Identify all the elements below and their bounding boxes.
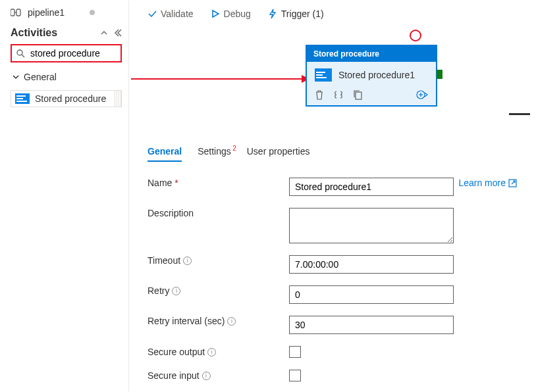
category-general[interactable]: General (11, 69, 122, 89)
copy-icon[interactable] (353, 89, 362, 100)
success-output-handle[interactable] (437, 70, 442, 79)
expand-collapse-icon[interactable] (99, 28, 109, 37)
svg-rect-5 (356, 92, 362, 99)
delete-icon[interactable] (315, 89, 324, 100)
debug-label: Debug (224, 9, 251, 19)
svg-rect-0 (11, 9, 14, 16)
chevron-down-icon (12, 73, 20, 81)
activities-title: Activities (11, 27, 57, 39)
description-label: Description (147, 208, 289, 218)
toolbar: Validate Debug Trigger (1) (129, 1, 535, 28)
search-input[interactable] (29, 47, 117, 59)
canvas-zoom-handle[interactable] (509, 113, 530, 115)
trigger-button[interactable]: Trigger (1) (268, 9, 324, 19)
activity-stored-procedure[interactable]: Stored procedure (11, 90, 122, 107)
timeout-input[interactable] (289, 255, 454, 274)
check-icon (147, 9, 157, 18)
lightning-icon (268, 9, 277, 19)
stored-procedure-icon (15, 93, 30, 104)
code-icon[interactable] (333, 90, 344, 99)
description-input[interactable] (289, 208, 454, 243)
learn-more-label: Learn more (458, 178, 506, 188)
retry-interval-input[interactable] (289, 316, 454, 334)
name-input[interactable] (289, 178, 454, 196)
general-form: Name * Learn more Description Timeout i … (129, 166, 535, 381)
retry-input[interactable] (289, 285, 454, 304)
retry-label: Retry i (147, 285, 289, 296)
secure-input-label: Secure input i (147, 370, 289, 381)
learn-more-link[interactable]: Learn more (458, 178, 517, 188)
tab-user-properties[interactable]: User properties (247, 146, 310, 162)
canvas[interactable]: Stored procedure Stored procedure1 (129, 28, 535, 136)
node-header: Stored procedure (307, 46, 436, 62)
info-icon[interactable]: i (227, 317, 236, 326)
retry-interval-label: Retry interval (sec) i (147, 316, 289, 326)
annotation-circle (410, 30, 421, 41)
tab-settings[interactable]: Settings 2 (198, 146, 231, 162)
secure-output-label: Secure output i (147, 347, 289, 357)
secure-output-checkbox[interactable] (289, 346, 301, 358)
debug-button[interactable]: Debug (211, 9, 251, 19)
search-icon (16, 49, 25, 58)
category-label: General (24, 72, 57, 82)
info-icon[interactable]: i (172, 287, 180, 295)
tab-settings-label: Settings (198, 146, 231, 157)
info-icon[interactable]: i (202, 372, 211, 380)
drag-handle[interactable] (115, 91, 121, 107)
svg-rect-1 (16, 9, 20, 16)
unsaved-indicator (90, 10, 95, 15)
external-link-icon (508, 179, 517, 187)
annotation-arrow (131, 78, 312, 80)
tab-settings-badge: 2 (232, 145, 236, 152)
node-title: Stored procedure1 (338, 70, 415, 80)
trigger-label: Trigger (1) (281, 9, 324, 19)
svg-point-3 (17, 50, 22, 55)
name-label: Name * (147, 178, 289, 188)
tab-general[interactable]: General (147, 146, 182, 162)
add-output-icon[interactable] (416, 89, 428, 100)
pipeline-icon (11, 8, 22, 17)
validate-button[interactable]: Validate (147, 9, 194, 19)
canvas-node-stored-procedure[interactable]: Stored procedure Stored procedure1 (306, 45, 437, 107)
timeout-label: Timeout i (147, 255, 289, 266)
info-icon[interactable]: i (207, 348, 216, 356)
pipeline-header[interactable]: pipeline1 (11, 5, 122, 27)
collapse-panel-icon[interactable] (113, 28, 122, 37)
validate-label: Validate (161, 9, 194, 19)
svg-line-4 (22, 55, 24, 57)
info-icon[interactable]: i (183, 257, 192, 265)
play-icon (211, 9, 220, 18)
activity-label: Stored procedure (35, 93, 106, 104)
activities-search[interactable] (11, 44, 122, 62)
secure-input-checkbox[interactable] (289, 370, 301, 381)
pipeline-name: pipeline1 (28, 7, 65, 18)
stored-procedure-icon (315, 68, 332, 82)
properties-tabs: General Settings 2 User properties (129, 136, 535, 166)
